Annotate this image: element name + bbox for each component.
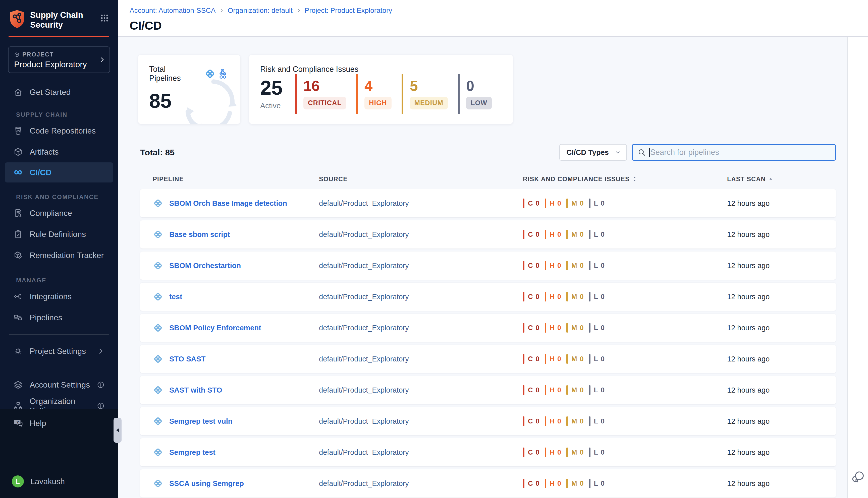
sidebar-item-label: Project Settings: [30, 346, 86, 356]
risk-card-title: Risk and Compliance Issues: [260, 65, 502, 74]
info-icon[interactable]: [97, 381, 104, 389]
sidebar-collapse-handle[interactable]: [114, 418, 121, 443]
pipeline-diamond-icon: [153, 447, 163, 458]
risk-count-high: H0: [545, 447, 561, 457]
pipeline-cell: Base sbom script: [140, 229, 316, 240]
pipeline-name-link[interactable]: SAST with STO: [169, 386, 222, 394]
chevron-right-icon: [219, 8, 224, 13]
medium-bar: [566, 261, 568, 270]
table-row[interactable]: Semgrep test vulndefault/Product_Explora…: [140, 407, 836, 435]
sidebar-item-compliance[interactable]: Compliance: [0, 202, 118, 224]
risk-count-medium: M0: [566, 385, 584, 395]
low-bar: [589, 479, 591, 488]
pipeline-diamond-icon: [153, 260, 163, 271]
table-row[interactable]: Base sbom scriptdefault/Product_Explorat…: [140, 220, 836, 249]
low-bar: [589, 447, 591, 457]
sidebar-item-pipelines[interactable]: Pipelines: [0, 307, 118, 328]
high-count: 4: [364, 79, 391, 93]
breadcrumb-account-link[interactable]: Account: Automation-SSCA: [130, 6, 216, 15]
table-row[interactable]: SSCA using Semgrepdefault/Product_Explor…: [140, 469, 836, 498]
pipeline-name-link[interactable]: SSCA using Semgrep: [169, 480, 244, 488]
column-header-last-scan[interactable]: LAST SCAN: [725, 175, 836, 183]
user-menu[interactable]: L Lavakush: [0, 471, 118, 492]
project-selector[interactable]: PROJECT Product Exploratory: [8, 47, 110, 73]
table-row[interactable]: Semgrep testdefault/Product_ExploratoryC…: [140, 438, 836, 467]
risk-count-medium: M0: [566, 198, 584, 208]
sidebar-item-get-started[interactable]: Get Started: [0, 82, 118, 103]
project-label: PROJECT: [14, 51, 104, 58]
critical-bar: [523, 230, 524, 239]
table-row[interactable]: STO SASTdefault/Product_ExploratoryC0H0M…: [140, 345, 836, 373]
table-row[interactable]: SBOM Orchestartiondefault/Product_Explor…: [140, 251, 836, 280]
pipelines-nodes-icon: [13, 313, 23, 323]
risk-count-high: H0: [545, 354, 561, 364]
risk-count-critical: C0: [523, 385, 540, 395]
pipeline-name-link[interactable]: Base sbom script: [169, 231, 230, 239]
high-bar: [545, 230, 546, 239]
sidebar-item-integrations[interactable]: Integrations: [0, 286, 118, 307]
risk-count-low: L0: [589, 261, 605, 270]
risk-badges: C0H0M0L0: [520, 261, 725, 270]
sidebar-item-project-settings[interactable]: Project Settings: [0, 341, 118, 362]
high-badge: HIGH: [364, 97, 391, 109]
breadcrumb-organization-link[interactable]: Organization: default: [228, 6, 292, 15]
low-bar: [589, 323, 591, 332]
cicd-types-dropdown[interactable]: CI/CD Types: [559, 144, 627, 161]
pipeline-diamond-icon: [153, 323, 163, 333]
table-row[interactable]: testdefault/Product_ExploratoryC0H0M0L01…: [140, 283, 836, 311]
medium-count: 5: [410, 79, 448, 93]
pipeline-name-link[interactable]: Semgrep test vuln: [169, 417, 232, 425]
pipeline-source: default/Product_Exploratory: [316, 231, 520, 239]
app-switcher-grid-icon[interactable]: [100, 14, 109, 23]
total-pipelines-value: 85: [149, 89, 229, 113]
help-button[interactable]: ? Help: [0, 412, 118, 434]
pipeline-name-link[interactable]: Semgrep test: [169, 448, 216, 457]
sidebar-item-label: Account Settings: [30, 380, 90, 390]
right-gutter: [848, 37, 868, 498]
table-row[interactable]: SAST with STOdefault/Product_Exploratory…: [140, 376, 836, 404]
last-scan-value: 12 hours ago: [725, 199, 836, 208]
critical-bar: [523, 447, 524, 457]
high-bar: [545, 261, 546, 270]
column-header-source[interactable]: SOURCE: [316, 175, 520, 183]
last-scan-value: 12 hours ago: [725, 355, 836, 363]
triangle-left-icon: [116, 428, 119, 432]
sidebar-item-code-repositories[interactable]: Code Repositories: [0, 120, 118, 141]
pipeline-name-link[interactable]: SBOM Policy Enforcement: [169, 324, 261, 332]
critical-bar: [523, 198, 524, 208]
pipeline-source: default/Product_Exploratory: [316, 262, 520, 270]
risk-count-medium: M0: [566, 416, 584, 426]
medium-bar: [566, 416, 568, 426]
content-area: Total Pipelines: [118, 37, 848, 498]
severity-critical: 16 CRITICAL: [295, 74, 346, 114]
sidebar-item-cicd[interactable]: ∞ CI/CD: [5, 162, 113, 183]
chevron-right-icon: [97, 348, 104, 355]
sidebar-item-account-settings[interactable]: Account Settings: [0, 374, 118, 395]
table-row[interactable]: SBOM Policy Enforcementdefault/Product_E…: [140, 314, 836, 342]
critical-bar: [523, 292, 524, 301]
pipeline-name-link[interactable]: SBOM Orch Base Image detection: [169, 199, 287, 208]
project-cube-icon: [14, 52, 20, 57]
medium-bar: [566, 447, 568, 457]
table-row[interactable]: SBOM Orch Base Image detectiondefault/Pr…: [140, 189, 836, 218]
sidebar-footer: ? Help L Lavakush: [0, 409, 118, 498]
sidebar-item-rule-definitions[interactable]: Rule Definitions: [0, 224, 118, 245]
column-header-pipeline[interactable]: PIPELINE: [140, 175, 316, 183]
pipeline-name-link[interactable]: SBOM Orchestartion: [169, 262, 241, 270]
column-header-risk[interactable]: RISK AND COMPLIANCE ISSUES: [520, 175, 725, 183]
risk-count-critical: C0: [523, 261, 540, 270]
chat-bubbles-icon[interactable]: [851, 470, 865, 484]
low-bar: [589, 198, 591, 208]
sidebar-item-remediation-tracker[interactable]: Remediation Tracker: [0, 245, 118, 266]
sidebar-item-artifacts[interactable]: Artifacts: [0, 141, 118, 162]
pipeline-name-link[interactable]: STO SAST: [169, 355, 206, 363]
sidebar-nav: Get Started SUPPLY CHAIN Code Repositori…: [0, 82, 118, 416]
search-input[interactable]: [650, 148, 830, 157]
last-scan-value: 12 hours ago: [725, 293, 836, 301]
last-scan-value: 12 hours ago: [725, 324, 836, 332]
risk-count-high: H0: [545, 385, 561, 395]
app-brand: Supply Chain Security: [0, 0, 118, 30]
breadcrumb-project-link[interactable]: Project: Product Exploratory: [305, 6, 392, 15]
breadcrumb: Account: Automation-SSCA Organization: d…: [130, 6, 868, 15]
pipeline-name-link[interactable]: test: [169, 293, 182, 301]
